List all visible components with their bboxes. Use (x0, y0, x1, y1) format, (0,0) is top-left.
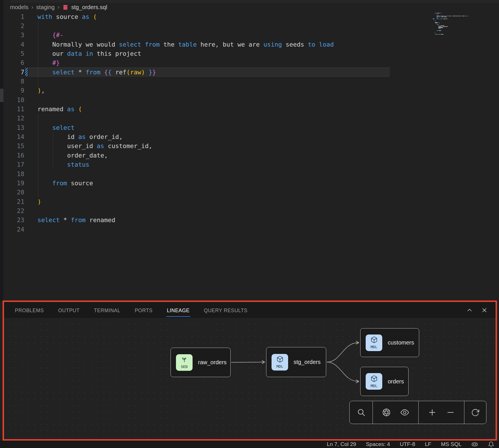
status-item[interactable]: MS SQL (441, 441, 462, 447)
line-number: 15 (3, 142, 24, 150)
code-line: 22 (3, 206, 499, 215)
gutter-marker (25, 160, 29, 169)
badge-label: SED (181, 365, 187, 369)
line-number: 18 (3, 170, 24, 178)
code-line: 18 (3, 169, 499, 178)
breadcrumb-folder[interactable]: staging (36, 4, 55, 11)
badge-label: MDL (371, 345, 377, 349)
chevron-up-icon[interactable] (466, 307, 473, 314)
line-number: 3 (3, 31, 24, 39)
gutter-marker (25, 132, 29, 141)
tab-problems[interactable]: PROBLEMS (14, 304, 44, 317)
seedling-icon (181, 356, 188, 364)
code-line: 15 user_id as customer_id, (3, 142, 499, 151)
badge-label: MDL (371, 384, 377, 388)
code-line: 7 select * from {{ ref(raw) }} (3, 67, 499, 77)
gutter-marker (25, 225, 29, 234)
lineage-edge (231, 362, 264, 363)
line-number: 24 (3, 226, 24, 233)
search-icon[interactable] (356, 408, 366, 417)
code-line: 14 id as order_id, (3, 132, 499, 141)
gutter-marker (25, 216, 29, 225)
code-line: 6 #} (3, 58, 499, 67)
code-line: 9), (3, 86, 499, 95)
lineage-edge (327, 362, 359, 382)
status-item[interactable]: Ln 7, Col 29 (327, 441, 356, 447)
line-number: 20 (3, 189, 24, 196)
code-line: 12 (3, 114, 499, 123)
status-item[interactable]: UTF-8 (400, 441, 415, 447)
line-number: 7 (3, 69, 24, 76)
lineage-node-orders[interactable]: MDLorders (360, 367, 409, 396)
node-label: stg_orders (294, 359, 321, 365)
line-number: 1 (3, 13, 24, 20)
code-line: 11renamed as ( (3, 104, 499, 114)
seedling-badge: SED (176, 354, 193, 371)
cube-badge: MDL (272, 354, 288, 371)
gutter-marker (25, 21, 29, 30)
gutter-marker (25, 95, 29, 104)
status-item[interactable]: LF (425, 441, 431, 447)
tab-output[interactable]: OUTPUT (58, 304, 80, 317)
lineage-node-customers[interactable]: MDLcustomers (360, 328, 419, 357)
line-number: 22 (3, 207, 24, 214)
lineage-node-stg_orders[interactable]: MDLstg_orders (266, 347, 326, 377)
bell-icon[interactable] (488, 441, 494, 448)
line-number: 21 (3, 198, 24, 205)
status-bar: Ln 7, Col 29Spaces: 4UTF-8LFMS SQL (0, 441, 499, 448)
eye-icon[interactable] (400, 408, 410, 417)
line-number: 8 (3, 78, 24, 85)
line-number: 19 (3, 180, 24, 187)
minus-icon[interactable] (446, 408, 456, 417)
lineage-toolbar (349, 401, 486, 424)
line-number: 4 (3, 41, 24, 48)
lineage-node-raw_orders[interactable]: SEDraw_orders (171, 348, 231, 377)
line-number: 17 (3, 161, 24, 168)
code-area[interactable]: 1with source as (23 {#-4 Normally we wou… (3, 12, 499, 234)
gutter-marker (25, 86, 29, 95)
code-line: 20 (3, 188, 499, 197)
code-editor[interactable]: models › staging › stg_orders.sql 1with … (0, 0, 499, 301)
badge-label: MDL (276, 364, 283, 369)
chevron-right-icon: › (58, 3, 60, 10)
copilot-icon[interactable] (471, 441, 478, 448)
line-number: 2 (3, 22, 24, 29)
gutter-marker (25, 40, 29, 49)
code-line: 17 status (3, 160, 499, 169)
toolbar-group (464, 401, 486, 424)
tab-lineage[interactable]: LINEAGE (166, 304, 190, 317)
code-line: 16 order_date, (3, 151, 499, 160)
breadcrumb-folder[interactable]: models (10, 4, 28, 11)
close-icon[interactable] (481, 307, 488, 314)
gutter-marker (25, 77, 29, 86)
gutter-marker (25, 12, 29, 21)
code-line: 1with source as ( (3, 12, 499, 21)
editor-left-rail (0, 0, 3, 301)
plus-icon[interactable] (427, 408, 437, 417)
tab-query-results[interactable]: QUERY RESULTS (203, 304, 248, 317)
gutter-marker (25, 123, 29, 132)
cube-badge: MDL (366, 373, 382, 390)
code-line: 2 (3, 21, 499, 30)
line-number: 12 (3, 115, 24, 122)
gutter-marker (25, 31, 29, 40)
line-number: 14 (3, 133, 24, 140)
toolbar-group (418, 401, 464, 424)
aperture-icon[interactable] (381, 408, 391, 417)
gutter-marker (25, 206, 29, 215)
breadcrumb-file[interactable]: stg_orders.sql (71, 4, 107, 11)
code-line: 13 select (3, 123, 499, 132)
tab-terminal[interactable]: TERMINAL (93, 304, 121, 317)
status-item[interactable]: Spaces: 4 (366, 441, 390, 447)
left-rail-thumb[interactable] (0, 89, 3, 102)
lineage-panel[interactable]: SEDraw_ordersMDLstg_ordersMDLcustomersMD… (4, 318, 496, 439)
code-line: 3 {#- (3, 31, 499, 40)
code-line: 10 (3, 95, 499, 104)
tab-ports[interactable]: PORTS (134, 304, 153, 317)
line-number: 23 (3, 216, 24, 224)
gutter-marker (25, 104, 29, 114)
node-label: customers (388, 339, 414, 346)
refresh-icon[interactable] (470, 408, 480, 417)
code-line: 23select * from renamed (3, 216, 499, 225)
line-number: 13 (3, 124, 24, 131)
